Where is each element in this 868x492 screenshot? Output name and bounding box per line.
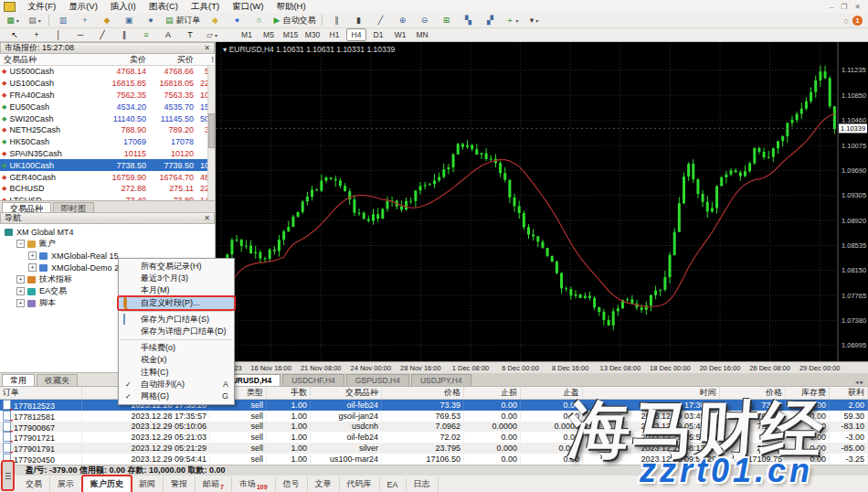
- new-chart-button[interactable]: ▦▾: [3, 13, 23, 27]
- chart-tab-USDJPY,H4[interactable]: USDJPY,H4: [411, 374, 471, 386]
- window-control[interactable]: ❐: [841, 3, 847, 11]
- line-chart-mode-button[interactable]: ╱: [370, 13, 390, 27]
- nav-item[interactable]: −账户: [0, 238, 215, 250]
- shapes-tool[interactable]: ▱▾: [202, 27, 222, 42]
- toolbox-handle[interactable]: [2, 461, 14, 490]
- terminal-tab-代码库[interactable]: 代码库: [340, 476, 380, 492]
- scrollbar[interactable]: [207, 66, 215, 200]
- timeframe-MN[interactable]: MN: [412, 28, 432, 41]
- terminal-tab-文章[interactable]: 文章: [308, 476, 340, 492]
- terminal-tab-账户历史[interactable]: 账户历史: [82, 476, 132, 492]
- web-button[interactable]: ○: [249, 13, 270, 27]
- community-button[interactable]: ●: [228, 13, 248, 27]
- expand-icon[interactable]: +: [16, 287, 25, 295]
- close-icon[interactable]: ✕: [204, 44, 210, 52]
- market-watch-row[interactable]: ◆US100Cash16815.8516818.05220: [0, 78, 215, 90]
- periods-button[interactable]: ▾▾: [524, 13, 544, 27]
- timeframe-M5[interactable]: M5: [259, 28, 279, 41]
- profiles-button[interactable]: ▤▾: [25, 13, 45, 27]
- terminal-tab-EA[interactable]: EA: [380, 478, 407, 491]
- vline-tool[interactable]: │: [48, 27, 69, 42]
- market-watch-row[interactable]: ◆FRA40Cash7562.357563.35100: [0, 90, 215, 102]
- autotrading-button[interactable]: ▶自动交易: [271, 13, 319, 27]
- zoom-in-button[interactable]: ⊕: [392, 13, 412, 27]
- bar-chart-mode-button[interactable]: ∥: [326, 13, 346, 27]
- market-watch-row[interactable]: ◆GER40Cash16759.9016764.70480: [0, 171, 215, 183]
- market-watch-row[interactable]: ◆LTCUSD73.4073.80140: [0, 195, 215, 200]
- mw-col-header[interactable]: 交易品种: [0, 54, 95, 66]
- fibonacci-tool[interactable]: ≡: [136, 27, 156, 42]
- expand-icon[interactable]: −: [16, 240, 25, 248]
- new-order-button[interactable]: ▤新订单: [163, 13, 204, 27]
- terminal-tab-日志[interactable]: 日志: [407, 476, 439, 492]
- menu-item[interactable]: 自定义时段(P)...: [119, 297, 234, 309]
- terminal-tab-警报[interactable]: 警报: [164, 476, 196, 492]
- expand-icon[interactable]: +: [16, 299, 25, 307]
- terminal-tab-展示[interactable]: 展示: [50, 476, 82, 492]
- menu-item[interactable]: 税金(x): [119, 354, 234, 366]
- menu-窗口(W)[interactable]: 窗口(W): [226, 0, 270, 13]
- candlestick-chart[interactable]: 1.112351.108501.104601.100751.096901.093…: [216, 42, 868, 363]
- label-tool[interactable]: T: [180, 27, 200, 42]
- text-tool[interactable]: A: [158, 27, 178, 42]
- notification-badge[interactable]: 1: [852, 16, 863, 26]
- menu-item[interactable]: ✓自动排列(A)A: [119, 379, 234, 390]
- market-watch-row[interactable]: ◆UK100Cash7738.507739.50100: [0, 159, 215, 171]
- timeframe-M30[interactable]: M30: [302, 28, 323, 41]
- cascade-windows-button[interactable]: ▞: [480, 13, 500, 27]
- candle-chart-mode-button[interactable]: ▮: [348, 13, 368, 27]
- window-control[interactable]: –: [830, 3, 833, 11]
- chart-window[interactable]: 1.112351.108501.104601.100751.096901.093…: [216, 42, 868, 386]
- timeframe-M1[interactable]: M1: [237, 28, 257, 41]
- data-window-toggle-button[interactable]: +: [75, 13, 95, 27]
- trendline-tool[interactable]: ╱: [92, 27, 112, 42]
- menu-图表(C)[interactable]: 图表(C): [143, 0, 185, 13]
- timeframe-M15[interactable]: M15: [281, 28, 301, 41]
- tile-windows-button[interactable]: ⊞: [436, 13, 456, 27]
- menu-item[interactable]: 所有交易记录(H): [119, 261, 234, 273]
- history-col-header[interactable]: 手数: [267, 387, 311, 399]
- menu-item[interactable]: 注释(C): [119, 367, 234, 379]
- market-watch-row[interactable]: ◆EU50Cash4534.204535.70150: [0, 101, 215, 112]
- hline-tool[interactable]: ─: [70, 27, 90, 42]
- menu-item[interactable]: 手续费(o): [119, 342, 234, 354]
- terminal-tab-信号[interactable]: 信号: [276, 476, 308, 492]
- market-watch-row[interactable]: ◆SWI20Cash11140.5011145.50500: [0, 112, 215, 124]
- zoom-out-button[interactable]: ⊖: [414, 13, 434, 27]
- chart-tab-USDCHF,H4[interactable]: USDCHF,H4: [282, 374, 344, 386]
- market-watch-row[interactable]: ◆NETH25Cash788.90789.2030: [0, 124, 215, 136]
- nav-tab-收藏夹[interactable]: 收藏夹: [37, 374, 78, 386]
- timeframe-W1[interactable]: W1: [390, 28, 410, 41]
- menu-item[interactable]: 保存为户口结单(S): [119, 314, 234, 326]
- mw-col-header[interactable]: 买价: [146, 54, 194, 66]
- mw-col-header[interactable]: 卖价: [95, 54, 146, 66]
- channel-tool[interactable]: ∥: [114, 27, 134, 42]
- search-icon[interactable]: ○: [843, 16, 849, 26]
- terminal-tab-邮箱[interactable]: 邮箱7: [196, 476, 232, 492]
- nav-tab-常用[interactable]: 常用: [2, 374, 35, 386]
- market-watch-row[interactable]: ◆US500Cash4768.144768.6652: [0, 66, 215, 78]
- chart-tab-GBPUSD,H4[interactable]: GBPUSD,H4: [346, 374, 409, 386]
- tab-scroll-arrows[interactable]: ◂ ▸: [855, 379, 868, 386]
- close-icon[interactable]: ✕: [204, 214, 210, 222]
- strategy-tester-button[interactable]: ●: [141, 13, 161, 27]
- menu-插入(I)[interactable]: 插入(I): [104, 0, 143, 13]
- menu-帮助(H)[interactable]: 帮助(H): [270, 0, 312, 13]
- market-watch-row[interactable]: ◆SPAIN35Cash10115101205: [0, 148, 215, 160]
- market-watch-row[interactable]: ◆BCHUSD272.88275.11223: [0, 183, 215, 195]
- timeframe-H1[interactable]: H1: [324, 28, 344, 41]
- menu-item[interactable]: 最近3个月(3): [119, 273, 234, 284]
- menu-item[interactable]: 保存为详细户口结单(D): [119, 326, 234, 337]
- indicators-button[interactable]: ＋▾: [502, 13, 522, 27]
- history-col-header[interactable]: 订单: [0, 387, 82, 399]
- cursor-tool[interactable]: ↖: [5, 27, 25, 42]
- history-col-header[interactable]: 交易品种: [311, 387, 382, 399]
- navigator-toggle-button[interactable]: ◆: [97, 13, 117, 27]
- market-watch-toggle-button[interactable]: ▥: [53, 13, 73, 27]
- terminal-toggle-button[interactable]: ▣: [119, 13, 139, 27]
- arrange-vertical-button[interactable]: ▚: [458, 13, 478, 27]
- nav-item[interactable]: XM Global MT4: [0, 226, 215, 238]
- expand-icon[interactable]: +: [16, 275, 25, 283]
- menu-显示(V)[interactable]: 显示(V): [62, 0, 104, 13]
- terminal-tab-市场[interactable]: 市场109: [232, 476, 276, 492]
